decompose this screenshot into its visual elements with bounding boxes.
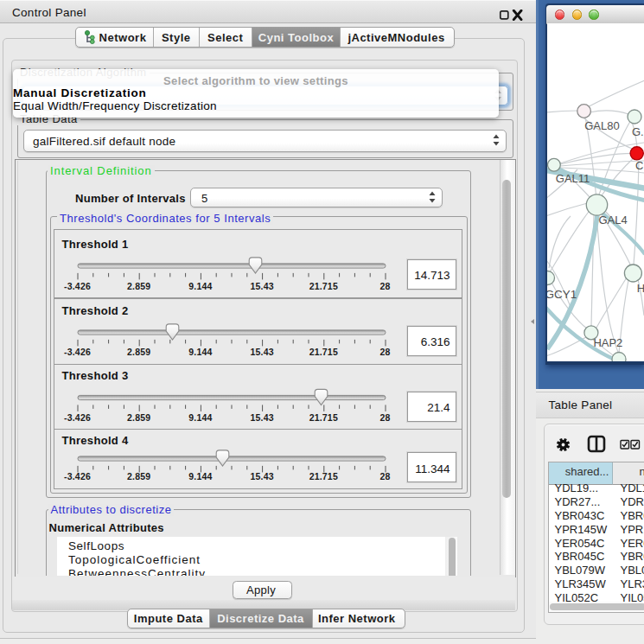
svg-text:GCY1: GCY1 bbox=[547, 288, 577, 301]
svg-text:HAP2: HAP2 bbox=[593, 336, 622, 349]
svg-text:H: H bbox=[637, 282, 644, 295]
svg-text:GAL4: GAL4 bbox=[598, 214, 627, 226]
svg-text:G.: G. bbox=[632, 125, 644, 138]
svg-text:C: C bbox=[635, 159, 643, 172]
svg-text:GAL80: GAL80 bbox=[584, 119, 619, 132]
svg-text:GAL11: GAL11 bbox=[556, 172, 590, 185]
